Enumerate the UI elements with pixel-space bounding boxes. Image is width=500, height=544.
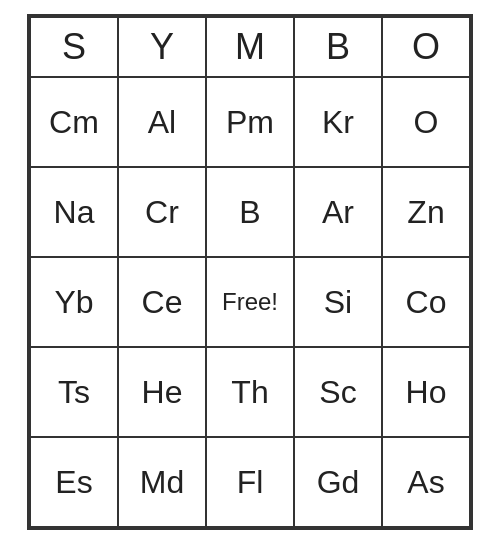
table-row: Yb Ce Free! Si Co — [30, 257, 470, 347]
cell-0-4: O — [382, 77, 470, 167]
cell-2-1: Ce — [118, 257, 206, 347]
cell-0-0: Cm — [30, 77, 118, 167]
cell-3-4: Ho — [382, 347, 470, 437]
cell-4-4: As — [382, 437, 470, 527]
cell-0-2: Pm — [206, 77, 294, 167]
header-row: S Y M B O — [30, 17, 470, 77]
cell-2-0: Yb — [30, 257, 118, 347]
header-s: S — [30, 17, 118, 77]
cell-0-1: Al — [118, 77, 206, 167]
cell-1-2: B — [206, 167, 294, 257]
header-m: M — [206, 17, 294, 77]
cell-1-3: Ar — [294, 167, 382, 257]
bingo-card: S Y M B O Cm Al Pm Kr O Na Cr B Ar Zn — [27, 14, 473, 530]
table-row: Na Cr B Ar Zn — [30, 167, 470, 257]
cell-3-3: Sc — [294, 347, 382, 437]
table-row: Cm Al Pm Kr O — [30, 77, 470, 167]
cell-4-3: Gd — [294, 437, 382, 527]
cell-1-1: Cr — [118, 167, 206, 257]
header-b: B — [294, 17, 382, 77]
cell-1-0: Na — [30, 167, 118, 257]
header-o: O — [382, 17, 470, 77]
table-row: Ts He Th Sc Ho — [30, 347, 470, 437]
cell-0-3: Kr — [294, 77, 382, 167]
cell-2-4: Co — [382, 257, 470, 347]
cell-3-1: He — [118, 347, 206, 437]
bingo-table: S Y M B O Cm Al Pm Kr O Na Cr B Ar Zn — [29, 16, 471, 528]
free-cell: Free! — [206, 257, 294, 347]
cell-1-4: Zn — [382, 167, 470, 257]
cell-2-3: Si — [294, 257, 382, 347]
cell-4-0: Es — [30, 437, 118, 527]
cell-3-0: Ts — [30, 347, 118, 437]
cell-4-1: Md — [118, 437, 206, 527]
table-row: Es Md Fl Gd As — [30, 437, 470, 527]
cell-4-2: Fl — [206, 437, 294, 527]
cell-3-2: Th — [206, 347, 294, 437]
header-y: Y — [118, 17, 206, 77]
